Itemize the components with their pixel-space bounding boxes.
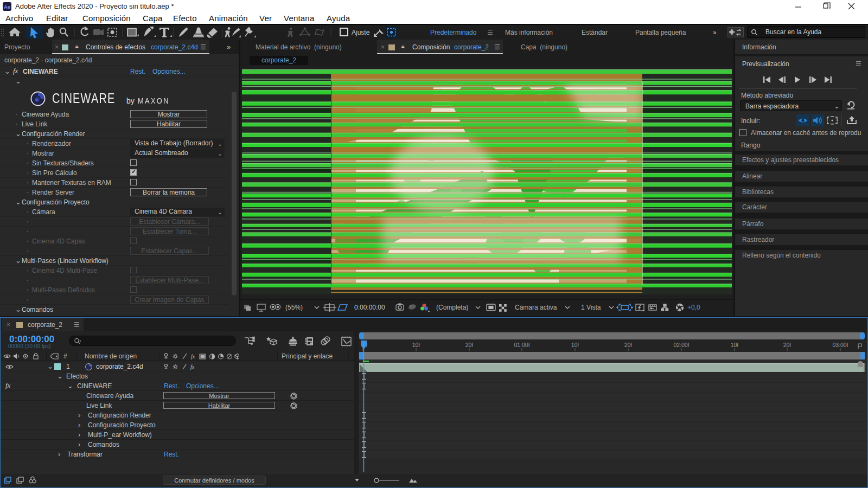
svg-text:20f: 20f [783,342,792,348]
svg-text:03:00f: 03:00f [832,342,848,348]
svg-text:01:00f: 01:00f [514,342,529,348]
svg-text:20f: 20f [465,342,474,348]
svg-text:02:00f: 02:00f [673,342,689,348]
svg-text:10f: 10f [571,342,579,348]
svg-text:20f: 20f [624,342,633,348]
svg-text:10f: 10f [412,342,420,348]
svg-text:Ae: Ae [4,4,10,10]
svg-text:fx: fx [190,364,195,370]
svg-text:fx: fx [191,354,195,359]
svg-text:10f: 10f [731,342,739,348]
